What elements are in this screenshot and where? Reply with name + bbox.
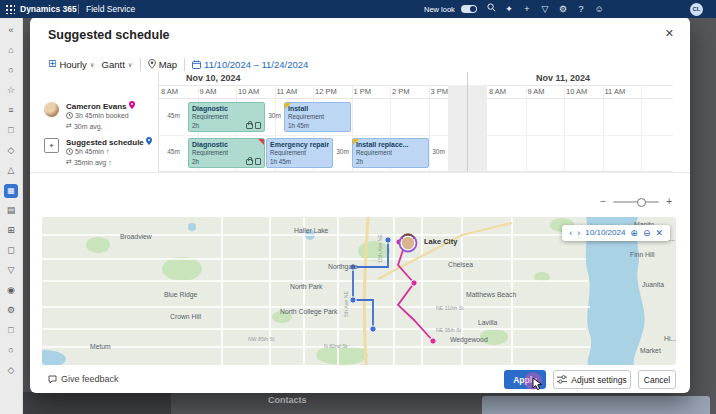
- map-prev-day-icon[interactable]: ‹: [569, 227, 572, 239]
- street-label: N 82nd St: [324, 343, 348, 349]
- app-title[interactable]: Dynamics 365: [20, 4, 77, 14]
- app-launcher-icon[interactable]: [5, 4, 15, 14]
- gantt-label: Gantt: [102, 59, 125, 70]
- sidebar-item-7[interactable]: ◇: [0, 140, 22, 160]
- suggestion-icon: ✦: [44, 138, 59, 153]
- area-title[interactable]: Field Service: [86, 4, 135, 14]
- left-nav: « ⌂ ○ ☆ ≡ □ ◇ △ ▦ ▤ ⊞ ◻ ▽ ◉ ⚙ □ ○ ◇: [0, 18, 23, 414]
- map-panel[interactable]: Broadview Haller Lake Manito... Lake Cit…: [42, 217, 676, 365]
- gantt-board: Cameron Evans 3h 45min booked ⇄ 30m avg.…: [30, 72, 690, 173]
- sidebar-item-17[interactable]: ○: [0, 340, 22, 360]
- toolbar-divider: [140, 58, 141, 71]
- trend-up-icon: ↑: [106, 148, 110, 155]
- map-label: Lake City: [424, 237, 458, 246]
- sparkle-icon[interactable]: ✦: [502, 3, 516, 15]
- add-icon[interactable]: +: [520, 3, 534, 15]
- sidebar-item-15[interactable]: ⚙: [0, 300, 22, 320]
- give-feedback-link[interactable]: Give feedback: [48, 374, 119, 384]
- help-icon[interactable]: ?: [574, 3, 588, 15]
- sidebar-item-13[interactable]: ▽: [0, 260, 22, 280]
- lock-icon: [246, 123, 253, 129]
- user-avatar[interactable]: CL: [690, 3, 703, 16]
- zoom-out-button[interactable]: −: [600, 197, 606, 207]
- map-nav-controls: ‹ › 10/10/2024 ⊕ ⊖ ✕: [562, 225, 670, 241]
- sidebar-item-16[interactable]: □: [0, 320, 22, 340]
- search-icon[interactable]: [484, 3, 498, 15]
- map-zoom-in-icon[interactable]: ⊕: [630, 227, 638, 239]
- sidebar-item-11[interactable]: ⊞: [0, 220, 22, 240]
- resource-name[interactable]: Cameron Evans: [66, 101, 135, 111]
- clock-icon: [66, 148, 73, 155]
- sidebar-item-6[interactable]: □: [0, 120, 22, 140]
- resource-name[interactable]: Suggested schedule: [66, 137, 152, 147]
- sidebar-item-1[interactable]: «: [0, 20, 22, 40]
- map-next-day-icon[interactable]: ›: [577, 227, 580, 239]
- trend-up-icon: ↑: [108, 159, 112, 166]
- map-label: Blue Ridge: [164, 291, 197, 299]
- person-icon[interactable]: ☺: [592, 3, 606, 15]
- booking-diagnostic[interactable]: Diagnostic Requirement 2h: [188, 138, 265, 168]
- booking-install-replace[interactable]: Install replace... Requirement 2h: [352, 138, 429, 168]
- map-label: North College Park: [280, 308, 338, 316]
- street-label: NE 110th St: [436, 305, 464, 311]
- lock-icon: [246, 159, 253, 165]
- map-zoom-out-icon[interactable]: ⊖: [643, 227, 651, 239]
- map-toggle-button[interactable]: Map: [148, 59, 177, 70]
- map-label: North Park: [290, 283, 323, 290]
- resource-booked-time: 5h 45min ↑: [66, 148, 109, 155]
- hourly-view-button[interactable]: ⊞ Hourly ∨: [48, 59, 95, 70]
- new-look-toggle[interactable]: [461, 5, 477, 13]
- gantt-timeline[interactable]: Nov 10, 2024 Nov 11, 2024 8 AM 9 AM 10 A…: [158, 72, 673, 172]
- resource-avatar[interactable]: [44, 102, 59, 117]
- booking-diagnostic[interactable]: Diagnostic Requirement 2h: [188, 102, 265, 132]
- sidebar-item-4[interactable]: ☆: [0, 80, 22, 100]
- date-range-label: 11/10/2024 – 11/24/2024: [204, 59, 308, 70]
- timeline-zoom-control: − +: [600, 197, 672, 207]
- sidebar-item-2[interactable]: ⌂: [0, 40, 22, 60]
- map-close-icon[interactable]: ✕: [655, 227, 663, 239]
- resource-avg-travel: ⇄ 30m avg.: [66, 122, 103, 130]
- sidebar-item-active[interactable]: ▦: [0, 180, 22, 200]
- map-label: Chelsea: [448, 261, 473, 268]
- sidebar-item-14[interactable]: ◉: [0, 280, 22, 300]
- travel-icon: ⇄: [66, 122, 72, 130]
- adjust-settings-button[interactable]: Adjust settings: [553, 370, 631, 389]
- travel-segment: 30m: [429, 148, 448, 155]
- cancel-button[interactable]: Cancel: [638, 370, 676, 389]
- travel-segment: 45m: [159, 148, 188, 155]
- sidebar-item-18[interactable]: ◇: [0, 360, 22, 380]
- dialog-title: Suggested schedule: [48, 28, 170, 42]
- location-pin-icon: [146, 137, 152, 145]
- zoom-in-button[interactable]: +: [666, 197, 672, 207]
- street-label: 5th Ave NE: [343, 291, 349, 317]
- map-label: Broadview: [120, 233, 152, 240]
- travel-segment: 30m: [265, 112, 284, 119]
- street-label: 15th Ave NE: [377, 234, 383, 263]
- hour-label: 12 PM: [315, 87, 337, 96]
- sidebar-item-5[interactable]: ≡: [0, 100, 22, 120]
- tag-icon: [255, 122, 262, 129]
- dialog-toolbar: ⊞ Hourly ∨ Gantt ∨ Map 11/10/2024 – 11/2…: [48, 56, 308, 72]
- filter-icon[interactable]: ▽: [538, 3, 552, 15]
- gridline: [159, 171, 673, 172]
- date-range-button[interactable]: 11/10/2024 – 11/24/2024: [192, 59, 308, 70]
- toggle-knob: [470, 6, 476, 12]
- booking-install[interactable]: Install Requirement 1h 45m: [284, 102, 351, 132]
- hour-label: 8 AM: [489, 87, 506, 96]
- sidebar-item-3[interactable]: ○: [0, 60, 22, 80]
- close-icon[interactable]: ✕: [665, 27, 674, 40]
- hour-label: 9 AM: [200, 87, 217, 96]
- gantt-view-button[interactable]: Gantt ∨: [102, 59, 133, 70]
- zoom-slider-thumb[interactable]: [637, 198, 646, 207]
- map-date-label[interactable]: 10/10/2024: [585, 227, 625, 239]
- zoom-slider[interactable]: [613, 201, 659, 203]
- map-label: Crown Hill: [170, 313, 201, 320]
- settings-gear-icon[interactable]: ⚙: [556, 3, 570, 15]
- chevron-down-icon: ∨: [90, 61, 95, 69]
- booking-emergency-repair[interactable]: Emergency repair Requirement 1h 45m: [266, 138, 333, 168]
- hour-label: 1 PM: [354, 87, 372, 96]
- sidebar-item-10[interactable]: ▤: [0, 200, 22, 220]
- sidebar-item-8[interactable]: △: [0, 160, 22, 180]
- sidebar-item-12[interactable]: ◻: [0, 240, 22, 260]
- map-avatar-marker[interactable]: [400, 234, 417, 252]
